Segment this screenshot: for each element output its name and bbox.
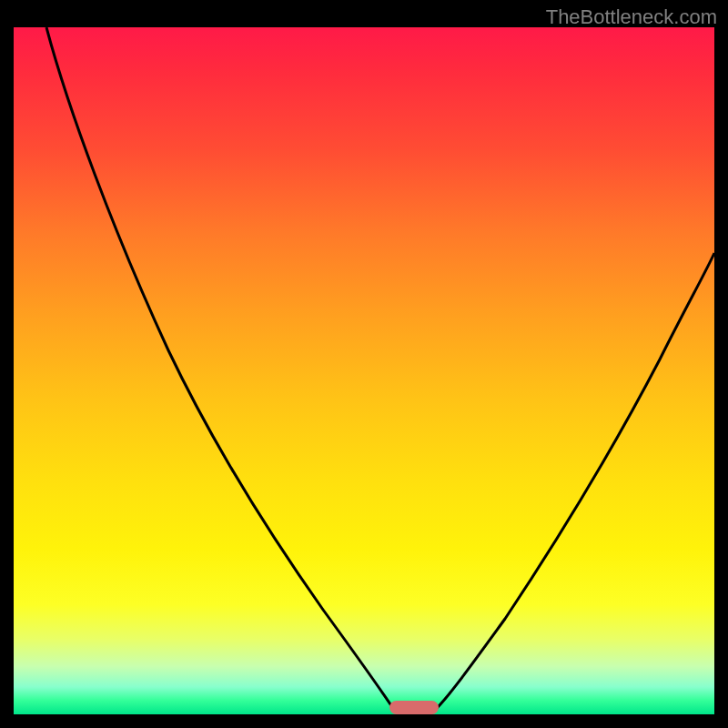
right-curve [432,253,714,713]
watermark-text: TheBottleneck.com [546,5,717,29]
optimal-marker [389,701,439,714]
left-curve [46,27,396,713]
chart-plot-area [14,27,714,714]
chart-curve-svg [14,27,714,714]
